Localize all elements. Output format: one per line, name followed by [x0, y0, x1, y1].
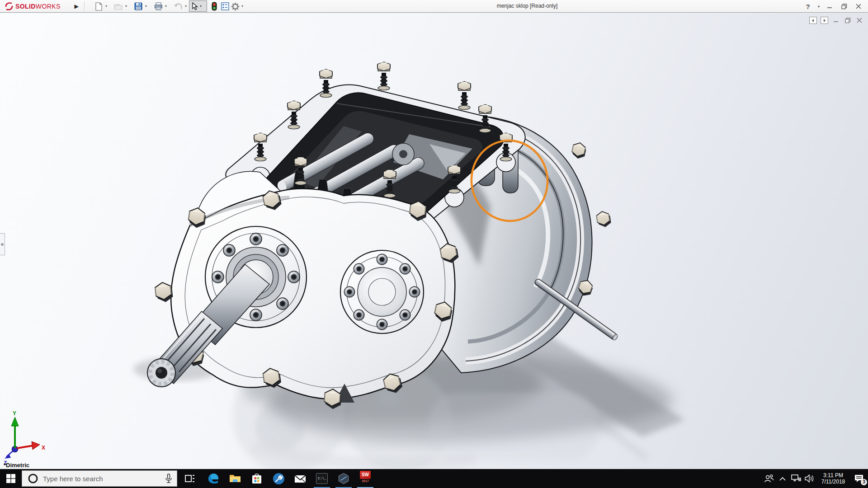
edge-icon: [208, 473, 219, 484]
select-cursor-icon: [191, 2, 198, 10]
select-tool-button[interactable]: ▾: [189, 0, 207, 12]
display-settings-button[interactable]: [220, 1, 231, 12]
microphone-icon[interactable]: [165, 474, 172, 483]
new-document-dropdown[interactable]: ▾: [104, 4, 108, 9]
print-icon: [154, 2, 163, 10]
network-button[interactable]: [789, 469, 803, 488]
clock-time: 3:11 PM: [816, 472, 850, 479]
feature-manager-collapsed-tab[interactable]: [0, 233, 5, 255]
hexagon-app-icon: [338, 473, 349, 484]
toolbar-separator: [84, 1, 85, 11]
new-document-icon: [95, 2, 103, 11]
triangle-right-icon: [822, 19, 826, 23]
undo-dropdown[interactable]: ▾: [184, 4, 188, 9]
tab-dot-icon: [1, 243, 4, 246]
volume-button[interactable]: [803, 469, 816, 488]
help-dropdown[interactable]: ▾: [816, 1, 821, 12]
select-tool-dropdown[interactable]: ▾: [200, 4, 202, 8]
save-dropdown[interactable]: ▾: [144, 4, 148, 9]
speaker-icon: [805, 474, 815, 483]
brand-text: SOLIDWORKS: [15, 3, 61, 10]
output-cover-hub: [340, 250, 424, 333]
taskbar-store[interactable]: [247, 469, 267, 488]
taskbar-clock[interactable]: 3:11 PM 7/11/2018: [816, 472, 850, 485]
action-center-button[interactable]: 3: [850, 469, 868, 488]
minimize-icon: [827, 4, 832, 9]
undo-icon: [174, 3, 183, 10]
undo-button[interactable]: [173, 1, 184, 12]
triangle-left-icon: [811, 19, 815, 23]
windows-logo-icon: [6, 474, 16, 483]
cortana-icon: [28, 473, 38, 484]
solidworks-taskbar-icon: SW 2017: [359, 471, 372, 486]
doc-minimize-button[interactable]: [832, 17, 840, 24]
options-dropdown[interactable]: ▾: [240, 4, 245, 9]
restore-icon: [841, 4, 847, 9]
file-explorer-icon: [229, 474, 241, 483]
task-view-button[interactable]: [180, 469, 200, 488]
restore-button[interactable]: [838, 1, 850, 12]
print-dropdown[interactable]: ▾: [164, 4, 168, 9]
expand-right-pane-button[interactable]: [821, 17, 828, 24]
taskbar-search[interactable]: [22, 470, 177, 487]
close-button[interactable]: [853, 1, 864, 12]
start-button[interactable]: [0, 469, 22, 488]
people-button[interactable]: [762, 469, 776, 488]
print-button[interactable]: [153, 1, 164, 12]
doc-minimize-icon: [833, 18, 839, 23]
people-icon: [764, 474, 774, 483]
doc-restore-button[interactable]: [844, 17, 852, 24]
minimize-button[interactable]: [824, 1, 835, 12]
notification-badge: 3: [861, 479, 867, 485]
rebuild-traffic-light-button[interactable]: [209, 1, 220, 12]
options-gear-icon: [231, 2, 240, 11]
open-button[interactable]: [113, 1, 124, 12]
options-button[interactable]: [230, 1, 241, 12]
orientation-triad: Y X Z: [4, 410, 45, 466]
chevron-up-icon: [779, 477, 786, 481]
properties-list-icon: [221, 2, 229, 10]
command-prompt-icon: C:\_: [316, 473, 328, 484]
collapse-left-pane-button[interactable]: [809, 17, 817, 24]
new-document-button[interactable]: [93, 1, 104, 12]
title-bar: SOLIDWORKS ▶ ▾ ▾ ▾ ▾: [0, 0, 868, 13]
solidworks-logo-icon: [5, 2, 14, 11]
help-button[interactable]: ?: [802, 1, 814, 12]
traffic-light-icon: [212, 2, 217, 11]
brand-light: WORKS: [36, 3, 61, 10]
gearbox-3d-model[interactable]: Y X Z: [0, 13, 868, 469]
windows-taskbar: C:\_ SW 2017: [0, 469, 868, 488]
taskbar-hexagon-app[interactable]: [334, 469, 354, 488]
view-orientation-label: *Dimetric: [4, 462, 29, 469]
clock-date: 7/11/2018: [816, 479, 850, 485]
menu-expand-arrow-icon[interactable]: ▶: [72, 2, 80, 11]
doc-close-button[interactable]: [855, 17, 863, 24]
brand-bold: SOLID: [15, 3, 36, 10]
graphics-viewport[interactable]: Y X Z *Dimetric: [0, 13, 868, 469]
taskbar-solidworks[interactable]: SW 2017: [355, 469, 375, 488]
doc-restore-icon: [845, 18, 851, 23]
taskbar-tool-app[interactable]: [269, 469, 288, 488]
network-icon: [791, 474, 801, 483]
taskbar-file-explorer[interactable]: [225, 469, 245, 488]
taskbar-command-prompt[interactable]: C:\_: [312, 469, 332, 488]
mail-icon: [294, 474, 306, 483]
open-folder-icon: [114, 3, 123, 10]
taskbar-edge[interactable]: [203, 469, 223, 488]
open-dropdown[interactable]: ▾: [124, 4, 128, 9]
save-button[interactable]: [133, 1, 144, 12]
close-icon: [856, 4, 861, 9]
store-icon: [251, 473, 262, 484]
doc-close-icon: [857, 18, 862, 23]
taskbar-mail[interactable]: [290, 469, 310, 488]
save-floppy-icon: [134, 2, 142, 10]
triad-y-label: Y: [13, 410, 16, 417]
solidworks-logo: SOLIDWORKS: [5, 1, 61, 11]
document-title: menjac sklop [Read-only]: [497, 3, 558, 9]
task-view-icon: [184, 473, 195, 484]
document-window-controls: [809, 17, 863, 24]
search-input[interactable]: [43, 475, 160, 483]
triad-x-label: X: [42, 445, 45, 451]
show-hidden-icons-button[interactable]: [776, 469, 789, 488]
wrench-circle-icon: [273, 473, 285, 485]
